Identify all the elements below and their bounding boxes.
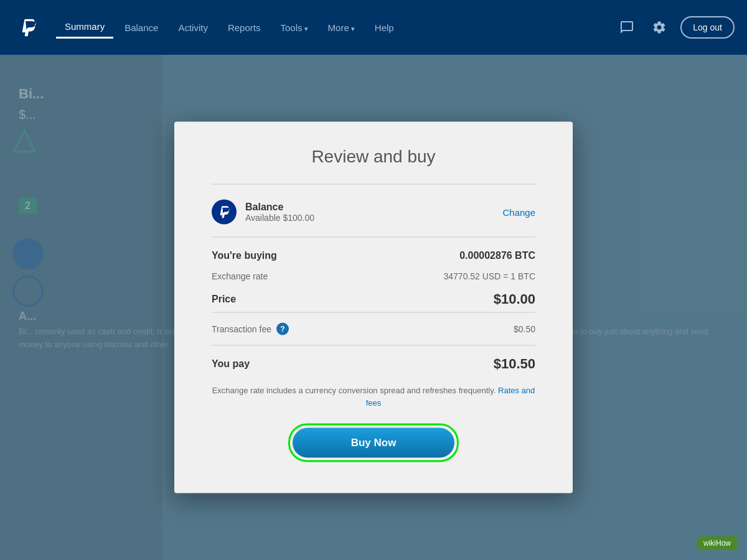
- wikihow-badge: wikiHow: [697, 536, 737, 550]
- payment-method-row: Balance Available $100.00 Change: [212, 200, 535, 238]
- you-pay-label: You pay: [212, 358, 250, 370]
- price-row: Price $10.00: [212, 291, 535, 307]
- disclaimer: Exchange rate includes a currency conver…: [212, 385, 535, 409]
- nav-more[interactable]: More: [319, 17, 364, 38]
- buy-now-wrapper: Buy Now: [212, 424, 535, 462]
- youre-buying-value: 0.00002876 BTC: [459, 250, 535, 261]
- you-pay-row: You pay $10.50: [212, 356, 535, 372]
- youre-buying-row: You're buying 0.00002876 BTC: [212, 250, 535, 261]
- price-divider: [212, 312, 535, 313]
- you-pay-value: $10.50: [494, 356, 535, 372]
- buy-now-outer-border: Buy Now: [288, 424, 459, 462]
- nav-activity[interactable]: Activity: [169, 17, 217, 38]
- nav-balance[interactable]: Balance: [116, 17, 167, 38]
- payment-info: Balance Available $100.00: [245, 202, 314, 223]
- paypal-logo: [12, 12, 44, 43]
- change-link[interactable]: Change: [502, 207, 535, 217]
- buy-now-button[interactable]: Buy Now: [293, 428, 454, 458]
- youre-buying-label: You're buying: [212, 250, 277, 261]
- modal-title: Review and buy: [212, 147, 535, 167]
- nav-help[interactable]: Help: [366, 17, 403, 38]
- price-label: Price: [212, 294, 236, 305]
- transaction-fee-row: Transaction fee ? $0.50: [212, 323, 535, 335]
- review-buy-modal: Review and buy Balance Available $100.00: [174, 122, 573, 493]
- nav-right: Log out: [616, 16, 735, 39]
- transaction-fee-help-icon[interactable]: ?: [276, 323, 289, 335]
- disclaimer-text: Exchange rate includes a currency conver…: [212, 386, 496, 395]
- transaction-fee-label: Transaction fee: [212, 324, 271, 334]
- exchange-rate-value: 34770.52 USD = 1 BTC: [444, 271, 535, 281]
- nav-summary[interactable]: Summary: [56, 16, 113, 39]
- payment-method-name: Balance: [245, 202, 314, 213]
- exchange-rate-row: Exchange rate 34770.52 USD = 1 BTC: [212, 271, 535, 281]
- nav-reports[interactable]: Reports: [219, 17, 270, 38]
- modal-divider: [212, 184, 535, 185]
- transaction-fee-value: $0.50: [514, 324, 535, 334]
- fee-divider: [212, 345, 535, 346]
- payment-available: Available $100.00: [245, 213, 314, 223]
- price-value: $10.00: [494, 291, 535, 307]
- background-content: Bi... $... △ 2 A... Bi... comonly used a…: [0, 55, 747, 560]
- exchange-rate-label: Exchange rate: [212, 271, 268, 281]
- messages-icon[interactable]: [616, 16, 638, 39]
- nav-links: Summary Balance Activity Reports Tools M…: [56, 16, 616, 39]
- transaction-fee-left: Transaction fee ?: [212, 323, 289, 335]
- paypal-small-logo: [212, 200, 237, 225]
- nav-tools[interactable]: Tools: [271, 17, 316, 38]
- payment-left: Balance Available $100.00: [212, 200, 314, 225]
- logout-button[interactable]: Log out: [680, 16, 735, 39]
- navbar: Summary Balance Activity Reports Tools M…: [0, 0, 747, 55]
- settings-icon[interactable]: [648, 16, 670, 39]
